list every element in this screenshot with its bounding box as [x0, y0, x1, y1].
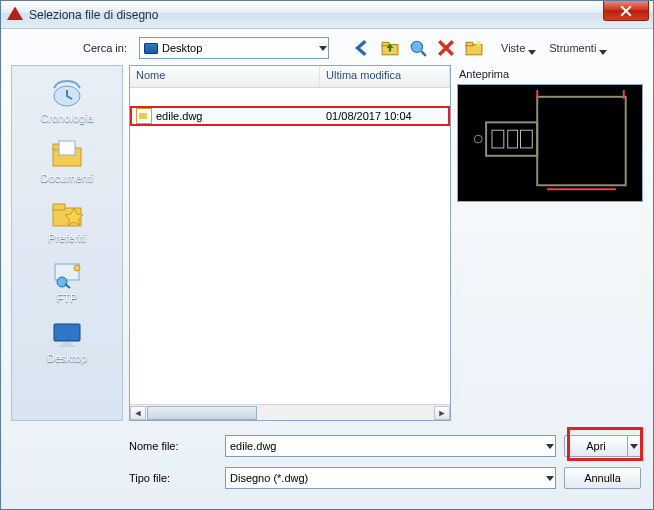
- svg-point-2: [411, 41, 422, 52]
- filetype-label: Tipo file:: [129, 472, 217, 484]
- preview-thumbnail: [457, 84, 643, 202]
- preview-label: Anteprima: [457, 65, 643, 84]
- horizontal-scrollbar[interactable]: ◄ ►: [130, 404, 450, 420]
- sidebar-item-desktop[interactable]: Desktop: [12, 314, 122, 368]
- delete-icon[interactable]: [437, 39, 455, 57]
- file-row[interactable]: edile.dwg 01/08/2017 10:04: [130, 106, 450, 126]
- app-icon: [7, 7, 23, 23]
- filename-input[interactable]: edile.dwg: [225, 435, 556, 457]
- desktop-icon: [49, 318, 85, 350]
- chevron-down-icon: [546, 443, 553, 450]
- filetype-row: Tipo file: Disegno (*.dwg) Annulla: [129, 465, 641, 491]
- sidebar-item-ftp[interactable]: FTP: [12, 254, 122, 308]
- search-web-icon[interactable]: [409, 39, 427, 57]
- svg-rect-4: [466, 42, 473, 45]
- svg-rect-1: [382, 42, 389, 45]
- chevron-down-icon: [546, 475, 553, 482]
- look-in-combo[interactable]: Desktop: [139, 37, 329, 59]
- open-button-label: Apri: [586, 440, 606, 452]
- preview-pane: Anteprima: [457, 65, 643, 421]
- cancel-button-label: Annulla: [584, 472, 621, 484]
- open-button[interactable]: Apri: [564, 435, 628, 457]
- file-name: edile.dwg: [156, 110, 202, 122]
- scroll-thumb[interactable]: [147, 406, 257, 420]
- ftp-icon: [49, 258, 85, 290]
- file-modified: 01/08/2017 10:04: [320, 110, 448, 122]
- tools-label: Strumenti: [549, 42, 596, 54]
- scroll-right-icon[interactable]: ►: [434, 406, 450, 420]
- svg-rect-17: [59, 345, 75, 347]
- sidebar-item-label: Desktop: [47, 352, 87, 364]
- close-button[interactable]: [603, 1, 649, 21]
- look-in-value: Desktop: [162, 42, 202, 54]
- tools-menu[interactable]: Strumenti: [545, 42, 610, 54]
- open-button-dropdown[interactable]: [628, 435, 641, 457]
- desktop-icon: [144, 43, 158, 54]
- file-open-dialog: Seleziona file di disegno Cerca in: Desk…: [0, 0, 654, 510]
- sidebar-item-history[interactable]: Cronologia: [12, 74, 122, 128]
- filename-value: edile.dwg: [230, 440, 276, 452]
- chevron-down-icon: [528, 45, 535, 52]
- places-sidebar: Cronologia Documenti Preferiti: [11, 65, 123, 421]
- look-in-label: Cerca in:: [13, 42, 133, 54]
- chevron-down-icon: [319, 45, 326, 52]
- svg-rect-11: [53, 204, 65, 210]
- filetype-combo[interactable]: Disegno (*.dwg): [225, 467, 556, 489]
- filename-row: Nome file: edile.dwg Apri: [129, 433, 641, 459]
- history-icon: [49, 78, 85, 110]
- file-list-header: Nome Ultima modifica: [130, 66, 450, 88]
- views-label: Viste: [501, 42, 525, 54]
- sidebar-item-label: Documenti: [41, 172, 94, 184]
- column-header-modified[interactable]: Ultima modifica: [320, 66, 450, 87]
- svg-point-5: [476, 41, 481, 46]
- scroll-left-icon[interactable]: ◄: [130, 406, 146, 420]
- svg-rect-15: [54, 324, 80, 341]
- chevron-down-icon: [630, 444, 638, 449]
- window-title: Seleziona file di disegno: [29, 8, 158, 22]
- sidebar-item-label: Cronologia: [40, 112, 93, 124]
- dwg-file-icon: [136, 108, 152, 124]
- svg-point-14: [74, 265, 80, 271]
- file-list[interactable]: Nome Ultima modifica edile.dwg 01/08/201…: [129, 65, 451, 421]
- sidebar-item-favorites[interactable]: Preferiti: [12, 194, 122, 248]
- favorites-icon: [49, 198, 85, 230]
- filetype-value: Disegno (*.dwg): [230, 472, 308, 484]
- documents-icon: [49, 138, 85, 170]
- views-menu[interactable]: Viste: [497, 42, 539, 54]
- svg-rect-9: [59, 141, 75, 155]
- sidebar-item-label: Preferiti: [48, 232, 86, 244]
- sidebar-item-label: FTP: [57, 292, 78, 304]
- up-one-level-icon[interactable]: [381, 39, 399, 57]
- new-folder-icon[interactable]: [465, 39, 483, 57]
- filename-label: Nome file:: [129, 440, 217, 452]
- column-header-name[interactable]: Nome: [130, 66, 320, 87]
- titlebar: Seleziona file di disegno: [1, 1, 653, 29]
- cancel-button[interactable]: Annulla: [564, 467, 641, 489]
- toolbar: Cerca in: Desktop: [11, 35, 643, 65]
- sidebar-item-documents[interactable]: Documenti: [12, 134, 122, 188]
- back-icon[interactable]: [353, 39, 371, 57]
- chevron-down-icon: [599, 45, 606, 52]
- svg-rect-16: [63, 342, 71, 345]
- close-icon: [620, 5, 632, 17]
